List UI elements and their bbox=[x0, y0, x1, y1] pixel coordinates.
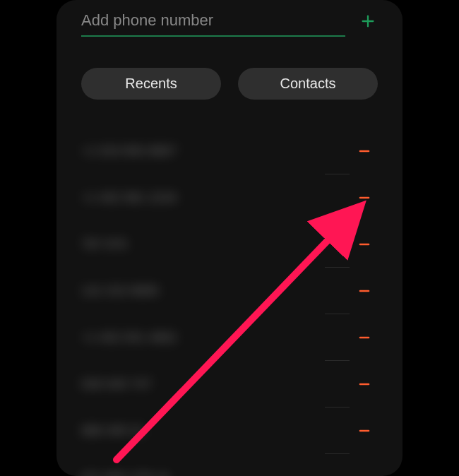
minus-icon bbox=[358, 471, 371, 476]
blocked-number: 787 876 bbox=[81, 237, 354, 252]
blocked-number: +1 919 893 8867 bbox=[81, 144, 354, 159]
list-item: 671 802 278 14 bbox=[56, 454, 403, 476]
blocked-number: 141 010 8895 bbox=[81, 284, 354, 299]
list-item: +1 919 893 8867 bbox=[56, 128, 403, 174]
delete-button[interactable] bbox=[354, 328, 374, 347]
block-list-panel: Recents Contacts +1 919 893 8867 +1 402 … bbox=[56, 0, 403, 476]
minus-icon bbox=[358, 145, 371, 157]
add-number-row bbox=[56, 0, 403, 37]
list-item: 636 640 747 bbox=[56, 361, 403, 407]
blocked-number: 888 495 01 bbox=[81, 424, 354, 439]
list-item: +1 402 981 2234 bbox=[56, 174, 403, 221]
list-item: 141 010 8895 bbox=[56, 268, 403, 314]
blocked-number: 636 640 747 bbox=[81, 377, 354, 392]
tab-contacts[interactable]: Contacts bbox=[238, 68, 378, 100]
minus-icon bbox=[358, 238, 371, 251]
blocked-number: 671 802 278 14 bbox=[81, 470, 354, 477]
minus-icon bbox=[358, 191, 371, 204]
delete-button[interactable] bbox=[354, 374, 374, 394]
delete-button[interactable] bbox=[354, 468, 374, 476]
delete-button[interactable] bbox=[354, 188, 374, 208]
minus-icon bbox=[358, 285, 371, 297]
list-item: +1 402 001 4862 bbox=[56, 314, 403, 361]
plus-icon bbox=[360, 13, 376, 29]
minus-icon bbox=[358, 378, 371, 391]
blocked-number: +1 402 001 4862 bbox=[81, 331, 354, 345]
list-item: 787 876 bbox=[56, 221, 403, 268]
minus-icon bbox=[358, 424, 371, 437]
delete-button[interactable] bbox=[354, 281, 374, 301]
add-button[interactable] bbox=[358, 11, 378, 31]
delete-button[interactable] bbox=[354, 234, 374, 254]
tabs-row: Recents Contacts bbox=[56, 37, 403, 100]
phone-number-input[interactable] bbox=[81, 6, 345, 37]
list-item: 888 495 01 bbox=[56, 407, 403, 454]
blocked-number: +1 402 981 2234 bbox=[81, 191, 354, 206]
delete-button[interactable] bbox=[354, 141, 374, 161]
delete-button[interactable] bbox=[354, 421, 374, 441]
minus-icon bbox=[358, 331, 371, 344]
blocked-numbers-list: +1 919 893 8867 +1 402 981 2234 787 876 bbox=[56, 128, 403, 476]
tab-recents[interactable]: Recents bbox=[81, 68, 221, 100]
